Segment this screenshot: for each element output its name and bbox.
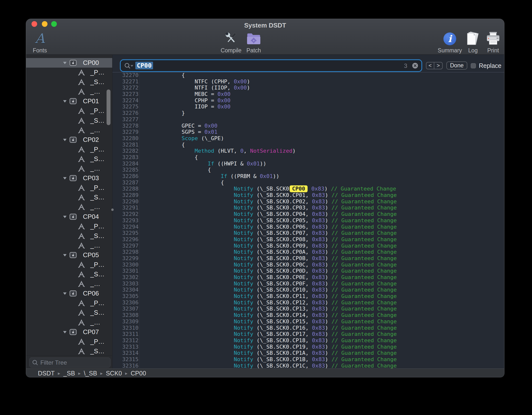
tree-row[interactable]: _S…: [26, 269, 112, 279]
code-line: 32305 Notify (\_SB.SCK0.CP11, 0x83) // G…: [112, 293, 504, 299]
toolbar-item-print[interactable]: Print: [475, 31, 504, 54]
breadcrumb-separator-icon: ▸: [78, 371, 81, 376]
method-icon: [78, 280, 85, 288]
titlebar-toolbar: System DSDT A Fonts: [26, 19, 504, 55]
tree-row[interactable]: _P…: [26, 68, 112, 77]
tree-row[interactable]: CP01: [26, 96, 112, 106]
tree-row[interactable]: _…: [26, 125, 112, 135]
method-icon: [78, 232, 85, 240]
code-line: 32300 Notify (\_SB.SCK0.CP0C, 0x83) // G…: [112, 262, 504, 268]
code-line: 32280 Scope (\_GPE): [112, 135, 504, 142]
breadcrumb-item[interactable]: SCK0: [106, 370, 122, 377]
line-number: 32280: [112, 135, 139, 142]
disclosure-triangle-icon[interactable]: [63, 330, 67, 335]
method-icon: [78, 261, 85, 269]
search-input[interactable]: CP00 3: [121, 60, 421, 71]
method-icon: [78, 348, 85, 355]
method-icon: [78, 309, 85, 317]
toolbar-item-fonts[interactable]: A Fonts: [26, 31, 58, 54]
tree-row[interactable]: _P…: [26, 337, 112, 346]
code-line: 32283 {: [112, 154, 504, 161]
line-number: 32300: [112, 262, 139, 268]
tree-row[interactable]: CP05: [26, 250, 112, 260]
tree-row[interactable]: _S…: [26, 154, 112, 164]
code-line: 32273 MEBC = 0x00: [112, 91, 504, 97]
tree-row-label: _S…: [90, 193, 105, 202]
disclosure-triangle-icon[interactable]: [63, 61, 67, 66]
pane-splitter-handle[interactable]: [111, 208, 114, 211]
tree-row-label: _…: [90, 279, 100, 289]
disclosure-triangle-icon[interactable]: [63, 177, 67, 181]
method-icon: [78, 271, 85, 279]
tree-row[interactable]: _S…: [26, 231, 112, 241]
search-menu-icon[interactable]: [124, 62, 134, 69]
breadcrumb-item[interactable]: DSDT: [38, 370, 55, 377]
line-number: 32286: [112, 173, 139, 179]
tree-row[interactable]: _P…: [26, 222, 112, 231]
line-number: 32307: [112, 306, 139, 312]
tree-row[interactable]: CP03: [26, 173, 112, 183]
code-editor[interactable]: 32270 {32271 NTFC (CPHP, 0x00)32272 NTFI…: [112, 73, 504, 369]
line-number: 32275: [112, 104, 139, 110]
line-number: 32303: [112, 281, 139, 287]
line-number: 32297: [112, 243, 139, 249]
tree-row[interactable]: _S…: [26, 116, 112, 125]
line-number: 32311: [112, 331, 139, 337]
filter-placeholder: Filter Tree: [40, 359, 67, 366]
disclosure-triangle-icon[interactable]: [63, 100, 67, 104]
tree-row-label: CP05: [83, 250, 99, 260]
tree-row[interactable]: _P…: [26, 260, 112, 269]
find-next-button[interactable]: >: [434, 62, 442, 69]
tree-row[interactable]: _…: [26, 87, 112, 96]
method-icon: [78, 194, 85, 202]
code-line: 32307 Notify (\_SB.SCK0.CP13, 0x83) // G…: [112, 306, 504, 312]
toolbar-item-patch[interactable]: Patch: [235, 31, 272, 54]
disclosure-triangle-icon[interactable]: [63, 292, 67, 296]
filter-tree-input[interactable]: Filter Tree: [29, 357, 110, 368]
replace-checkbox[interactable]: [471, 63, 476, 68]
tree-row[interactable]: _S…: [26, 308, 112, 317]
tree-row-label: _P…: [90, 298, 105, 308]
tree-row[interactable]: _P…: [26, 298, 112, 308]
tree-row[interactable]: _…: [26, 164, 112, 173]
clear-search-icon[interactable]: [412, 62, 419, 69]
outline-tree[interactable]: CP00_P…_S…_…CP01_P…_S…_…CP02_P…_S…_…CP03…: [26, 55, 112, 355]
find-previous-button[interactable]: <: [426, 62, 434, 69]
tree-row-label: CP03: [83, 173, 99, 183]
tree-row-label: _S…: [90, 154, 105, 164]
tree-row[interactable]: CP02: [26, 135, 112, 145]
tree-row[interactable]: CP04: [26, 212, 112, 222]
done-button[interactable]: Done: [446, 61, 467, 70]
tree-row[interactable]: _…: [26, 318, 112, 327]
disclosure-triangle-icon[interactable]: [63, 138, 67, 143]
tree-row[interactable]: _…: [26, 202, 112, 212]
breadcrumb-item[interactable]: _SB: [63, 370, 75, 377]
breadcrumb-item[interactable]: \_SB: [84, 370, 97, 377]
content-area: CP00_P…_S…_…CP01_P…_S…_…CP02_P…_S…_…CP03…: [26, 55, 504, 369]
tree-row[interactable]: _P…: [26, 183, 112, 193]
tree-row-label: CP04: [83, 212, 99, 222]
tree-row[interactable]: CP06: [26, 289, 112, 298]
tree-row[interactable]: _S…: [26, 346, 112, 355]
device-icon: [69, 136, 77, 144]
tree-row[interactable]: _S…: [26, 77, 112, 87]
line-number: 32290: [112, 198, 139, 205]
tree-row[interactable]: CP00: [26, 58, 112, 68]
code-line: 32309 Notify (\_SB.SCK0.CP15, 0x83) // G…: [112, 318, 504, 325]
code-line: 32288 Notify (\_SB.SCK0CP00 0x83) // Gua…: [112, 186, 504, 192]
tree-row[interactable]: _P…: [26, 106, 112, 116]
tree-row[interactable]: _…: [26, 241, 112, 250]
sidebar-scrollbar[interactable]: [107, 89, 110, 125]
disclosure-triangle-icon[interactable]: [63, 253, 67, 258]
tree-row[interactable]: _P…: [26, 145, 112, 154]
method-icon: [78, 299, 85, 308]
tree-row[interactable]: _…: [26, 279, 112, 289]
tree-row-label: _…: [90, 318, 100, 327]
tree-row[interactable]: _S…: [26, 193, 112, 202]
breadcrumb-item[interactable]: CP00: [131, 370, 146, 377]
print-icon: [486, 31, 500, 46]
disclosure-triangle-icon[interactable]: [63, 215, 67, 220]
line-number: 32281: [112, 142, 139, 148]
tree-row[interactable]: CP07: [26, 327, 112, 337]
filter-area: Filter Tree: [26, 355, 112, 369]
